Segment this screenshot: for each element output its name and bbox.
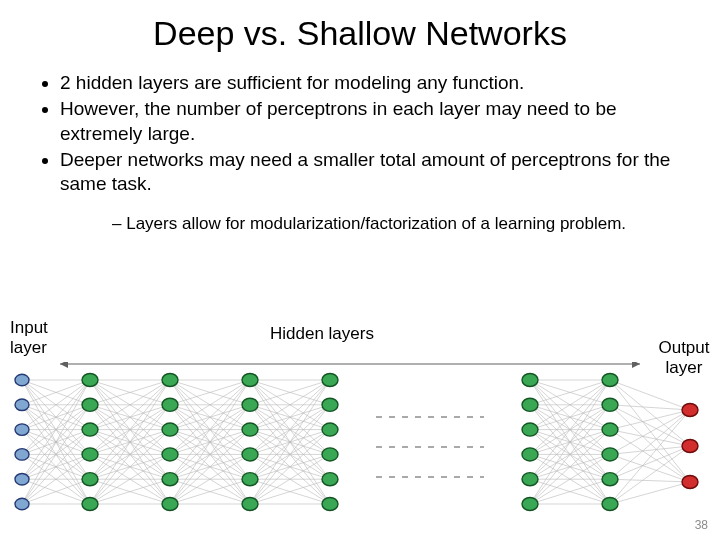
arrowhead-icon: [632, 362, 640, 368]
neuron-node: [602, 398, 618, 411]
slide-title: Deep vs. Shallow Networks: [0, 14, 720, 53]
neuron-node: [322, 398, 338, 411]
bullet-2: However, the number of perceptrons in ea…: [60, 97, 690, 146]
neuron-node: [602, 448, 618, 461]
neuron-node: [162, 448, 178, 461]
neuron-node: [82, 373, 98, 386]
neuron-node: [602, 473, 618, 486]
neuron-node: [242, 473, 258, 486]
neuron-node: [242, 398, 258, 411]
neuron-node: [242, 448, 258, 461]
neuron-node: [15, 399, 29, 410]
neuron-node: [682, 439, 698, 452]
connection-edge: [610, 410, 690, 479]
bullet-1: 2 hidden layers are sufficient for model…: [60, 71, 690, 95]
bullet-3: Deeper networks may need a smaller total…: [60, 148, 690, 197]
neuron-node: [522, 448, 538, 461]
neuron-node: [322, 373, 338, 386]
neuron-node: [82, 423, 98, 436]
neuron-node: [82, 473, 98, 486]
label-input-text: Input layer: [10, 318, 70, 358]
connection-edge: [610, 405, 690, 446]
sub-bullet-1: Layers allow for modularization/factoriz…: [112, 214, 690, 234]
connection-edge: [610, 482, 690, 504]
neuron-node: [682, 403, 698, 416]
neuron-node: [242, 423, 258, 436]
connection-edge: [610, 446, 690, 454]
label-hidden-layers: Hidden layers: [270, 324, 374, 344]
neuron-node: [522, 398, 538, 411]
neuron-node: [162, 473, 178, 486]
neuron-node: [15, 374, 29, 385]
neuron-node: [242, 373, 258, 386]
page-number: 38: [695, 518, 708, 532]
neuron-node: [162, 398, 178, 411]
neuron-node: [322, 448, 338, 461]
neuron-node: [82, 448, 98, 461]
neuron-node: [162, 423, 178, 436]
neuron-node: [162, 497, 178, 510]
neuron-node: [322, 423, 338, 436]
neuron-node: [602, 497, 618, 510]
connection-edge: [610, 446, 690, 504]
label-input-layer: Input layer: [10, 318, 70, 358]
neuron-node: [602, 423, 618, 436]
bullet-list: 2 hidden layers are sufficient for model…: [42, 71, 690, 197]
connection-edge: [610, 410, 690, 504]
neuron-node: [322, 497, 338, 510]
neuron-node: [162, 373, 178, 386]
neuron-node: [15, 473, 29, 484]
neuron-node: [15, 449, 29, 460]
neuron-node: [15, 424, 29, 435]
neuron-node: [82, 497, 98, 510]
neuron-node: [522, 373, 538, 386]
neuron-node: [522, 497, 538, 510]
sub-bullet-list: Layers allow for modularization/factoriz…: [72, 214, 690, 234]
neuron-node: [682, 475, 698, 488]
neuron-node: [242, 497, 258, 510]
connection-edge: [610, 454, 690, 482]
neuron-node: [602, 373, 618, 386]
connection-edge: [610, 479, 690, 482]
arrowhead-icon: [60, 362, 68, 368]
neuron-node: [522, 473, 538, 486]
neuron-node: [322, 473, 338, 486]
neuron-node: [522, 423, 538, 436]
neuron-node: [15, 498, 29, 509]
neuron-node: [82, 398, 98, 411]
network-diagram: [0, 362, 720, 522]
